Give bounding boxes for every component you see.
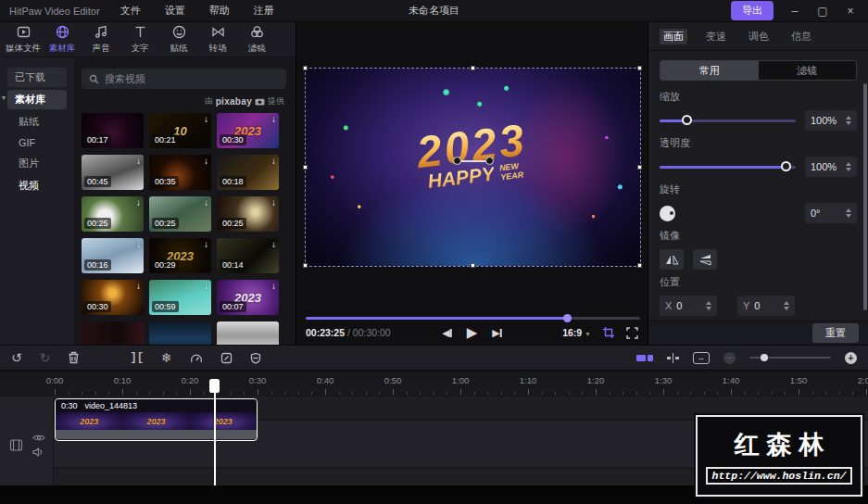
redo-button[interactable]: ↻: [40, 351, 51, 364]
fullscreen-icon[interactable]: [626, 327, 638, 339]
video-thumbnail-partial[interactable]: [82, 321, 144, 345]
download-icon[interactable]: ↓: [271, 156, 276, 166]
sidebar-item-2[interactable]: 贴纸: [15, 112, 67, 132]
reset-button[interactable]: 重置: [812, 323, 859, 343]
previous-frame-button[interactable]: ◀: [442, 327, 451, 339]
spinner-arrows-icon[interactable]: [846, 116, 851, 125]
playhead-handle[interactable]: [209, 379, 220, 393]
scale-slider[interactable]: [660, 120, 796, 122]
subtab-1[interactable]: 滤镜: [759, 61, 857, 80]
video-thumbnail-partial[interactable]: [149, 321, 211, 345]
delete-button[interactable]: [68, 351, 80, 364]
tool-tab-music[interactable]: 声音: [82, 22, 120, 57]
video-thumbnail[interactable]: ↓00:35: [149, 155, 211, 190]
menu-item-3[interactable]: 注册: [254, 4, 274, 18]
spinner-arrows-icon[interactable]: [784, 301, 789, 310]
download-icon[interactable]: ↓: [271, 239, 276, 249]
play-button[interactable]: ▶: [467, 324, 478, 341]
video-thumbnail[interactable]: ↓00:25: [149, 196, 211, 232]
download-icon[interactable]: ↓: [271, 197, 276, 208]
subtab-0[interactable]: 常用: [660, 61, 759, 80]
timeline-zoom-out-button[interactable]: −: [723, 352, 736, 364]
menu-item-0[interactable]: 文件: [120, 4, 141, 18]
download-icon[interactable]: ↓: [204, 114, 208, 124]
sidebar-item-3[interactable]: GIF: [15, 134, 67, 151]
tool-tab-globe[interactable]: 素材库: [43, 22, 82, 57]
marker-icon[interactable]: [667, 353, 680, 363]
aspect-ratio-dropdown[interactable]: 16:9 ▼: [562, 327, 591, 338]
tool-tab-transition[interactable]: 转场: [198, 22, 237, 57]
position-y-spinner[interactable]: Y 0: [737, 296, 795, 316]
maximize-button[interactable]: ▢: [816, 5, 829, 18]
video-thumbnail[interactable]: 2023↓00:07: [217, 280, 279, 315]
next-frame-button[interactable]: ▶: [492, 327, 501, 339]
timeline-zoom-slider[interactable]: [749, 357, 831, 359]
spinner-arrows-icon[interactable]: [706, 301, 711, 310]
transform-handle-left[interactable]: [453, 157, 461, 165]
video-thumbnail[interactable]: ↓00:25: [217, 196, 279, 232]
opacity-slider[interactable]: [660, 166, 796, 169]
clip-transform-handles[interactable]: [453, 157, 494, 166]
sidebar-item-1[interactable]: ▾素材库: [7, 90, 67, 109]
speed-button[interactable]: [190, 352, 203, 364]
video-thumbnail-partial[interactable]: [217, 321, 279, 345]
timeline-ruler[interactable]: 0:000:100:200:300:400:501:001:101:201:30…: [0, 372, 868, 397]
download-icon[interactable]: ↓: [204, 239, 208, 249]
tool-tab-filter[interactable]: 滤镜: [237, 22, 276, 57]
properties-tab-2[interactable]: 调色: [745, 29, 773, 44]
download-icon[interactable]: ↓: [204, 156, 208, 166]
download-icon[interactable]: ↓: [136, 197, 141, 208]
preview-progress-bar[interactable]: [306, 317, 640, 320]
spinner-arrows-icon[interactable]: [846, 208, 851, 218]
video-canvas[interactable]: 2023 HAPPY NEWYEAR: [306, 69, 640, 266]
tool-tab-text[interactable]: 文字: [120, 22, 159, 57]
menu-item-1[interactable]: 设置: [165, 4, 185, 18]
rotate-value-spinner[interactable]: 0°: [805, 203, 857, 223]
video-thumbnail[interactable]: ↓00:25: [82, 196, 144, 232]
position-x-spinner[interactable]: X 0: [660, 296, 717, 316]
freeze-frame-button[interactable]: ❄: [161, 351, 172, 364]
fit-timeline-button[interactable]: ↔: [693, 352, 710, 364]
flip-horizontal-button[interactable]: [660, 249, 684, 270]
timeline-clip[interactable]: 0:30 video_144813 202320232023: [55, 398, 258, 441]
export-button[interactable]: 导出: [731, 1, 774, 20]
flip-vertical-button[interactable]: [693, 249, 717, 270]
download-icon[interactable]: ↓: [271, 281, 276, 291]
download-icon[interactable]: ↓: [271, 114, 276, 124]
download-icon[interactable]: ↓: [136, 281, 141, 291]
sidebar-item-0[interactable]: 已下载: [7, 68, 67, 87]
properties-tab-0[interactable]: 画面: [660, 29, 687, 44]
spinner-arrows-icon[interactable]: [846, 162, 851, 171]
mosaic-button[interactable]: [250, 352, 261, 364]
menu-item-2[interactable]: 帮助: [209, 4, 230, 18]
crop-tool-button[interactable]: [220, 352, 233, 364]
close-button[interactable]: ×: [844, 5, 857, 18]
track-view-toggle[interactable]: [636, 355, 653, 361]
download-icon[interactable]: ↓: [204, 197, 208, 208]
download-icon[interactable]: ↓: [136, 239, 141, 249]
video-thumbnail[interactable]: ↓00:59: [149, 280, 211, 315]
eye-icon[interactable]: [32, 434, 45, 442]
download-icon[interactable]: ↓: [136, 156, 141, 166]
tool-tab-sticker[interactable]: 贴纸: [159, 22, 198, 57]
minimize-button[interactable]: –: [788, 5, 801, 18]
playhead-line[interactable]: [214, 380, 216, 485]
search-input[interactable]: 搜索视频: [82, 69, 286, 89]
properties-tab-1[interactable]: 变速: [702, 29, 730, 44]
properties-tab-3[interactable]: 信息: [787, 29, 815, 44]
download-icon[interactable]: ↓: [204, 281, 208, 291]
undo-button[interactable]: ↺: [11, 351, 22, 364]
video-thumbnail[interactable]: ↓00:30: [82, 280, 144, 315]
sidebar-item-5[interactable]: 视频: [15, 176, 67, 195]
rotate-dial[interactable]: [660, 206, 675, 221]
video-thumbnail[interactable]: 2023↓00:29: [149, 238, 211, 273]
scale-value-spinner[interactable]: 100%: [805, 110, 857, 131]
video-thumbnail[interactable]: 2023↓00:30: [217, 113, 279, 148]
sidebar-item-4[interactable]: 图片: [15, 154, 67, 173]
tool-tab-media[interactable]: 媒体文件: [4, 22, 43, 57]
video-thumbnail[interactable]: ↓00:18: [217, 155, 279, 190]
video-thumbnail[interactable]: 10↓00:21: [149, 113, 211, 148]
crop-icon[interactable]: [602, 326, 615, 339]
timeline-zoom-in-button[interactable]: +: [845, 352, 857, 364]
transform-handle-right[interactable]: [485, 157, 494, 165]
